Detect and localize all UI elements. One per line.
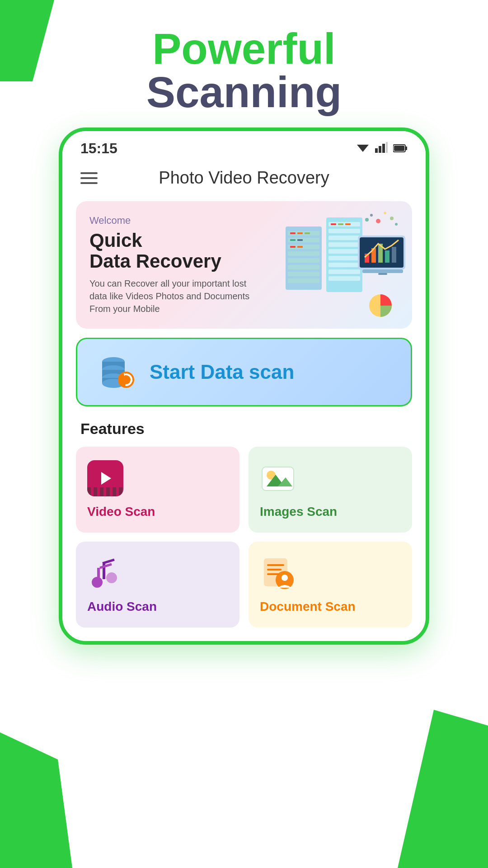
- feature-card-document[interactable]: Document Scan: [249, 542, 412, 627]
- svg-point-48: [370, 214, 373, 217]
- welcome-banner: Welcome Quick Data Recovery You can Reco…: [76, 201, 412, 329]
- hamburger-line-3: [80, 182, 98, 184]
- banner-description: You can Recover all your important lost …: [89, 277, 263, 315]
- svg-rect-14: [288, 265, 319, 269]
- svg-rect-23: [297, 246, 303, 248]
- svg-rect-42: [385, 250, 389, 263]
- hamburger-line-1: [80, 172, 98, 174]
- svg-rect-29: [328, 249, 360, 254]
- database-scan-icon: [95, 352, 136, 392]
- bg-shape-bottom-left: [0, 732, 72, 868]
- video-scan-label: Video Scan: [87, 505, 155, 519]
- hamburger-menu[interactable]: [80, 172, 98, 184]
- svg-rect-27: [328, 236, 360, 240]
- app-title: Photo Video Recovery: [98, 168, 390, 188]
- svg-rect-3: [382, 144, 385, 153]
- battery-icon: [393, 142, 408, 156]
- feature-card-video[interactable]: Video Scan: [76, 447, 239, 533]
- svg-rect-17: [290, 232, 296, 234]
- svg-rect-2: [379, 146, 381, 153]
- svg-line-69: [103, 560, 114, 563]
- svg-point-52: [395, 223, 398, 226]
- svg-rect-18: [297, 232, 303, 234]
- svg-rect-19: [305, 232, 310, 234]
- document-scan-label: Document Scan: [260, 599, 356, 614]
- svg-rect-21: [297, 239, 303, 241]
- svg-point-50: [384, 212, 386, 214]
- svg-point-51: [390, 217, 394, 220]
- svg-rect-30: [328, 256, 360, 260]
- start-scan-button[interactable]: Start Data scan: [76, 338, 412, 406]
- audio-scan-label: Audio Scan: [87, 599, 157, 614]
- svg-marker-0: [357, 145, 369, 152]
- banner-title-line1: Quick: [89, 230, 142, 251]
- svg-rect-45: [378, 273, 387, 275]
- svg-rect-36: [345, 223, 351, 225]
- top-bar: Photo Video Recovery: [62, 161, 426, 197]
- banner-image: [277, 201, 412, 329]
- video-scan-icon: [87, 460, 123, 496]
- svg-rect-68: [97, 568, 100, 582]
- svg-rect-20: [290, 239, 296, 241]
- svg-rect-26: [328, 229, 360, 233]
- bg-shape-bottom-right: [398, 710, 488, 868]
- svg-rect-72: [267, 564, 284, 566]
- header: Powerful Scanning: [0, 0, 488, 127]
- features-grid: Video Scan Images Scan: [76, 447, 412, 627]
- svg-rect-24: [326, 217, 362, 292]
- banner-title-line2: Data Recovery: [89, 250, 221, 272]
- svg-rect-6: [405, 146, 407, 150]
- svg-rect-35: [338, 223, 343, 225]
- svg-rect-34: [331, 223, 336, 225]
- banner-title: Quick Data Recovery: [89, 230, 263, 272]
- svg-rect-73: [267, 569, 282, 571]
- svg-rect-44: [362, 269, 403, 273]
- status-icons: [356, 142, 408, 156]
- features-title: Features: [76, 420, 412, 438]
- start-scan-label: Start Data scan: [150, 361, 294, 383]
- header-title-line2: Scanning: [0, 71, 488, 114]
- phone-frame: 15:15: [59, 127, 429, 645]
- svg-rect-12: [288, 251, 319, 256]
- feature-card-images[interactable]: Images Scan: [249, 447, 412, 533]
- svg-rect-15: [288, 272, 319, 276]
- svg-rect-16: [288, 278, 319, 283]
- svg-rect-32: [328, 269, 360, 274]
- svg-rect-1: [375, 148, 378, 153]
- svg-rect-28: [328, 242, 360, 247]
- svg-rect-13: [288, 258, 319, 263]
- svg-point-49: [376, 219, 380, 223]
- play-icon: [101, 472, 111, 485]
- svg-point-47: [365, 218, 369, 222]
- svg-point-66: [106, 572, 117, 583]
- images-scan-label: Images Scan: [260, 505, 337, 519]
- svg-rect-22: [290, 246, 296, 248]
- audio-scan-icon: [87, 555, 123, 591]
- svg-line-70: [100, 564, 112, 568]
- signal-icon: [375, 142, 388, 156]
- status-time: 15:15: [80, 140, 117, 157]
- wifi-icon: [356, 142, 370, 156]
- header-title-line1: Powerful: [0, 27, 488, 71]
- features-section: Features Video Scan: [62, 415, 426, 632]
- images-scan-icon: [260, 460, 296, 496]
- feature-card-audio[interactable]: Audio Scan: [76, 542, 239, 627]
- banner-text: Welcome Quick Data Recovery You can Reco…: [76, 201, 277, 329]
- hamburger-line-2: [80, 177, 98, 179]
- svg-rect-4: [386, 142, 388, 153]
- svg-point-76: [282, 575, 288, 581]
- svg-rect-7: [394, 146, 404, 151]
- banner-welcome-label: Welcome: [89, 215, 263, 226]
- svg-rect-43: [392, 247, 396, 263]
- svg-rect-33: [328, 276, 360, 281]
- document-scan-icon: [260, 555, 296, 591]
- svg-rect-31: [328, 263, 360, 267]
- status-bar: 15:15: [62, 131, 426, 161]
